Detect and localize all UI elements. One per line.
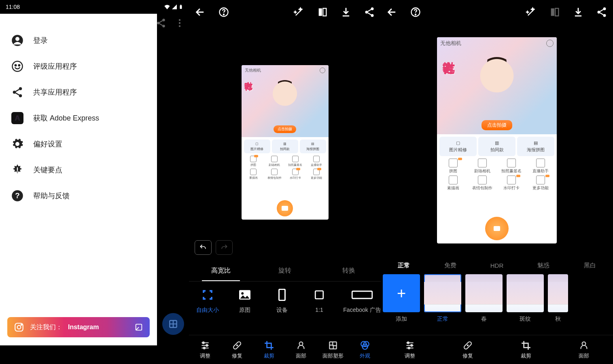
magic-icon[interactable] — [526, 6, 537, 18]
layout-fab[interactable] — [162, 313, 184, 335]
look-spring[interactable]: 春 — [463, 274, 505, 335]
background-toolbar — [156, 18, 185, 28]
feature-card: ▥拍同款 — [272, 140, 298, 153]
svg-text:?: ? — [15, 191, 19, 200]
nav-crop[interactable]: 裁剪 — [253, 335, 285, 364]
ratio-facebook-ad[interactable]: Facebook 广告 — [338, 288, 381, 314]
look-add[interactable]: +添加 — [381, 274, 422, 335]
follow-instagram-bar[interactable]: 关注我们： Instagram — [7, 317, 150, 337]
compare-icon[interactable] — [549, 6, 560, 18]
editor-canvas[interactable]: 无他相机 七时吉祥 点击拍摄 ▢图片精修 ▥拍同款 ▤海报拼图 拼图 剧场相机 … — [189, 24, 381, 260]
svg-point-2 — [162, 19, 165, 21]
nav-adjust[interactable]: 调整 — [189, 335, 221, 364]
look-cat-normal[interactable]: 正常 — [381, 256, 427, 274]
feature-grid-item: 拍照赢签名 — [497, 159, 526, 174]
status-bar: 11:08 — [0, 0, 189, 14]
undo-button[interactable] — [195, 240, 212, 255]
look-cat-bw[interactable]: 黑白 — [566, 256, 613, 274]
ratio-free[interactable]: 自由大小 — [189, 288, 226, 314]
back-icon[interactable] — [386, 6, 398, 18]
feature-grid-item: 直播助手 — [526, 159, 555, 174]
feature-grid-item: 拼图 — [439, 159, 468, 174]
svg-point-5 — [179, 19, 180, 21]
back-icon[interactable] — [195, 6, 206, 18]
svg-rect-28 — [323, 8, 326, 16]
look-thumbnail-row[interactable]: +添加 正常 春 斑纹 秋 — [381, 274, 613, 335]
crop-icon — [521, 340, 531, 351]
download-icon[interactable] — [340, 6, 352, 18]
menu-label: 共享应用程序 — [33, 87, 77, 97]
signal-icon — [171, 4, 178, 10]
share-icon — [11, 86, 23, 98]
redo-button[interactable] — [216, 240, 233, 255]
nav-adjust[interactable]: 调整 — [381, 335, 439, 364]
menu-help[interactable]: ? 帮助与反馈 — [0, 183, 157, 209]
tab-rotate[interactable]: 旋转 — [253, 260, 317, 281]
svg-rect-35 — [315, 291, 323, 299]
look-cat-hdr[interactable]: HDR — [474, 256, 520, 274]
look-autumn[interactable]: 秋 — [546, 274, 570, 335]
ratio-device[interactable]: 设备 — [263, 288, 301, 314]
look-stripe[interactable]: 斑纹 — [505, 274, 546, 335]
nav-heal[interactable]: 修复 — [221, 335, 253, 364]
svg-point-3 — [157, 22, 160, 25]
wifi-icon — [164, 4, 170, 10]
crop-tab-row: 高宽比 旋转 转换 — [189, 260, 381, 281]
menu-preferences[interactable]: 偏好设置 — [0, 131, 157, 157]
editor-canvas[interactable]: 无他相机 七时吉祥 点击拍摄 ▢图片精修 ▥拍同款 ▤海报拼图 拼图 剧场相机 … — [381, 24, 613, 256]
menu-login[interactable]: 登录 — [0, 28, 157, 53]
feature-grid-item: 素描画 — [243, 169, 264, 180]
face-icon — [296, 340, 306, 351]
magic-icon[interactable] — [293, 6, 305, 18]
camera-button — [277, 200, 293, 216]
portrait-placeholder — [269, 80, 301, 119]
nav-reshape[interactable]: 面部塑形 — [317, 335, 349, 364]
battery-icon — [178, 4, 183, 10]
svg-rect-34 — [279, 289, 285, 301]
nav-heal[interactable]: 修复 — [439, 335, 497, 364]
compare-icon[interactable] — [317, 6, 328, 18]
bandage-icon — [462, 340, 473, 351]
svg-point-9 — [15, 37, 19, 41]
feature-card: ▥拍同款 — [478, 137, 515, 156]
download-icon[interactable] — [573, 6, 584, 18]
nav-looks[interactable]: 外观 — [349, 335, 381, 364]
share-icon[interactable] — [364, 6, 375, 18]
crop-icon — [264, 340, 274, 351]
aspect-ratio-row[interactable]: 自由大小 原图 设备 1:1 Facebook 广告 Faceboo — [189, 281, 381, 335]
grid-icon — [168, 319, 178, 329]
look-thumb — [548, 274, 568, 312]
menu-adobe-express[interactable]: A 获取 Adobe Express — [0, 105, 157, 131]
menu-label: 评级应用程序 — [33, 61, 77, 71]
svg-point-50 — [603, 7, 606, 10]
look-normal[interactable]: 正常 — [422, 274, 463, 335]
look-category-row: 正常 免费 HDR 魅惑 黑白 — [381, 256, 613, 274]
look-cat-free[interactable]: 免费 — [427, 256, 474, 274]
look-cat-charm[interactable]: 魅惑 — [520, 256, 566, 274]
svg-point-7 — [179, 25, 180, 27]
menu-rate[interactable]: 评级应用程序 — [0, 53, 157, 79]
tab-aspect-ratio[interactable]: 高宽比 — [189, 260, 253, 281]
panel-editor-looks: 无他相机 七时吉祥 点击拍摄 ▢图片精修 ▥拍同款 ▤海报拼图 拼图 剧场相机 … — [381, 0, 613, 364]
menu-keypoints[interactable]: 关键要点 — [0, 157, 157, 183]
svg-point-4 — [162, 25, 165, 28]
help-icon[interactable] — [410, 6, 421, 18]
svg-point-14 — [13, 91, 16, 94]
feature-grid-item: 素描画 — [439, 176, 468, 191]
bandage-icon — [232, 340, 242, 351]
nav-face[interactable]: 面部 — [555, 335, 613, 364]
ratio-original[interactable]: 原图 — [226, 288, 263, 314]
menu-share[interactable]: 共享应用程序 — [0, 79, 157, 105]
help-icon[interactable] — [218, 6, 229, 18]
image-brand: 无他相机 — [245, 68, 261, 73]
share-icon[interactable] — [596, 6, 607, 18]
nav-face[interactable]: 面部 — [285, 335, 317, 364]
ratio-1x1[interactable]: 1:1 — [301, 288, 338, 313]
menu-label: 登录 — [33, 36, 48, 45]
nav-crop[interactable]: 裁剪 — [497, 335, 555, 364]
feature-card: ▢图片精修 — [244, 140, 270, 153]
editor-topbar — [381, 0, 613, 24]
svg-point-38 — [202, 342, 204, 343]
svg-point-39 — [206, 344, 208, 346]
tab-transform[interactable]: 转换 — [317, 260, 381, 281]
